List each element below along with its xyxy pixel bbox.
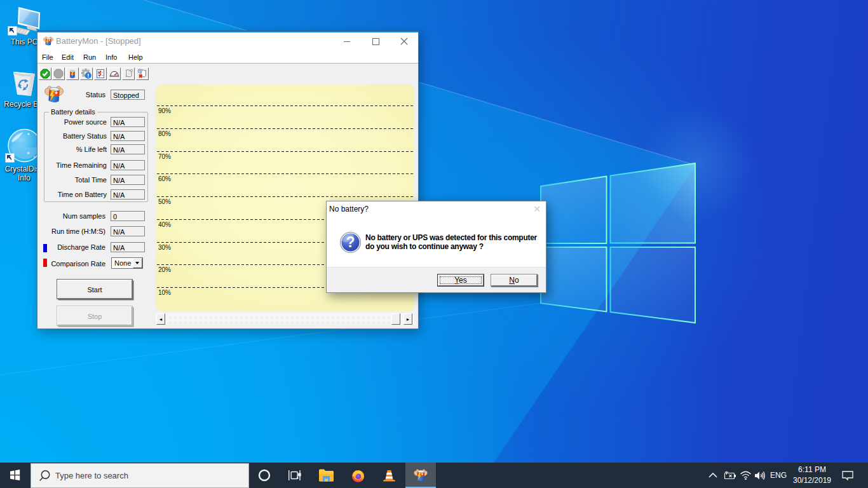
svg-text:?: ? xyxy=(346,234,355,250)
